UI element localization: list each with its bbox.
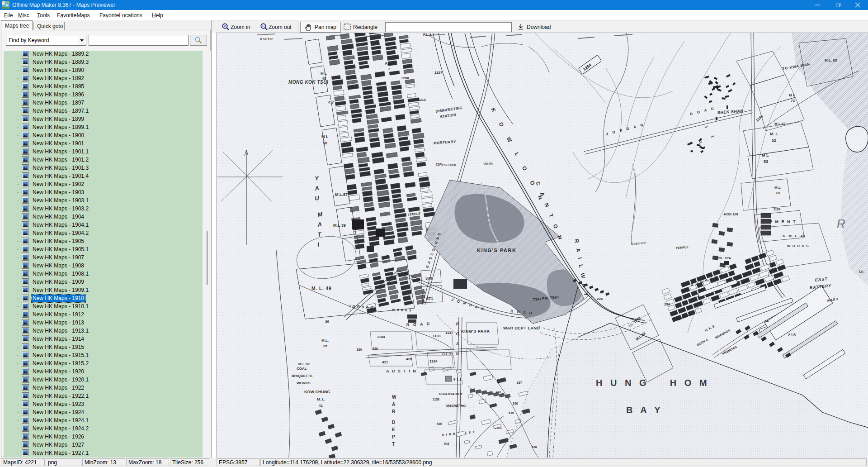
svg-text:M.L.87: M.L.87 — [335, 192, 348, 197]
svg-text:KING'S PARK: KING'S PARK — [461, 329, 490, 334]
svg-text:570: 570 — [425, 276, 432, 281]
svg-text:P: P — [392, 434, 395, 439]
svg-text:52: 52 — [772, 138, 776, 143]
svg-text:K. M. L. 40: K. M. L. 40 — [783, 234, 806, 238]
svg-text:COAL: COAL — [297, 367, 307, 371]
svg-text:615: 615 — [509, 411, 514, 415]
svg-text:M. L.: M. L. — [317, 397, 325, 401]
svg-text:W: W — [392, 395, 396, 400]
svg-text:WAR DEPT LAND: WAR DEPT LAND — [503, 326, 540, 330]
svg-text:M.L.67: M.L.67 — [774, 122, 786, 126]
svg-text:KSPER: KSPER — [260, 38, 273, 41]
svg-text:421: 421 — [382, 360, 388, 364]
svg-text:41: 41 — [319, 404, 323, 408]
svg-text:KOW CHUNG: KOW CHUNG — [304, 390, 330, 394]
svg-text:542: 542 — [444, 442, 449, 445]
svg-text:D: D — [392, 420, 395, 425]
svg-text:R: R — [392, 409, 396, 414]
svg-text:TAI: TAI — [859, 270, 863, 273]
svg-text:BRIQUETTE: BRIQUETTE — [292, 374, 313, 378]
svg-text:218: 218 — [788, 333, 796, 337]
svg-text:1133: 1133 — [433, 334, 441, 338]
svg-text:A: A — [316, 221, 322, 228]
svg-text:616: 616 — [513, 402, 518, 405]
svg-text:24: 24 — [764, 319, 769, 323]
svg-text:R: R — [837, 217, 845, 230]
svg-text:6 1 1: 6 1 1 — [453, 377, 462, 381]
svg-text:1213: 1213 — [418, 98, 426, 102]
svg-text:A U S T I N: A U S T I N — [386, 369, 417, 373]
svg-text:1104: 1104 — [377, 335, 385, 339]
svg-text:M.L: M.L — [774, 186, 781, 190]
svg-text:M.L.: M.L. — [321, 338, 329, 343]
svg-text:1154: 1154 — [774, 208, 780, 211]
svg-text:Wells: Wells — [483, 162, 493, 166]
svg-text:535: 535 — [437, 422, 442, 425]
svg-text:M L: M L — [762, 153, 769, 157]
svg-text:1208: 1208 — [401, 76, 409, 80]
svg-text:M L: M L — [321, 134, 329, 139]
svg-text:1153: 1153 — [433, 398, 439, 401]
svg-text:W O R K S: W O R K S — [787, 244, 809, 248]
svg-text:M L: M L — [789, 93, 795, 97]
svg-text:73: 73 — [791, 99, 795, 103]
svg-text:50: 50 — [323, 141, 327, 145]
svg-text:M.L. 65: M.L. 65 — [825, 58, 837, 62]
svg-text:F.L: F.L — [385, 62, 390, 66]
svg-text:OBSERVATORY: OBSERVATORY — [439, 392, 463, 396]
svg-text:WORKS: WORKS — [297, 381, 311, 385]
svg-text:T: T — [392, 442, 395, 447]
svg-text:M L: M L — [321, 71, 327, 76]
svg-text:MAGNET HO.: MAGNET HO. — [446, 404, 467, 407]
svg-text:226: 226 — [597, 297, 603, 301]
svg-text:2: 2 — [388, 67, 391, 71]
svg-text:A: A — [392, 402, 395, 407]
svg-text:617: 617 — [517, 381, 522, 384]
svg-text:236: 236 — [664, 302, 670, 306]
svg-text:4 7: 4 7 — [328, 100, 334, 105]
svg-text:Reservoir: Reservoir — [439, 162, 457, 167]
svg-text:43: 43 — [322, 76, 326, 81]
svg-text:A: A — [314, 185, 319, 192]
svg-text:36: 36 — [325, 319, 329, 324]
svg-text:HOK UN: HOK UN — [724, 212, 738, 216]
svg-text:69: 69 — [776, 191, 780, 195]
svg-text:M.L.82: M.L.82 — [298, 362, 310, 366]
svg-text:M. L. 49: M. L. 49 — [311, 286, 332, 291]
svg-text:B A Y: B A Y — [626, 405, 663, 415]
svg-text:360: 360 — [357, 348, 362, 351]
svg-text:E: E — [392, 427, 395, 432]
svg-text:KING'S PARK: KING'S PARK — [477, 248, 516, 253]
svg-text:1134: 1134 — [429, 359, 438, 363]
svg-text:1137: 1137 — [445, 331, 453, 335]
svg-text:M.L 39: M.L 39 — [333, 223, 346, 228]
svg-text:571: 571 — [426, 296, 433, 301]
svg-text:35: 35 — [323, 344, 327, 348]
svg-text:M. L.: M. L. — [770, 132, 779, 136]
svg-text:1157: 1157 — [434, 71, 443, 75]
svg-text:A: A — [455, 341, 459, 346]
svg-text:53: 53 — [764, 159, 768, 164]
svg-text:POL. STA.: POL. STA. — [717, 257, 732, 260]
